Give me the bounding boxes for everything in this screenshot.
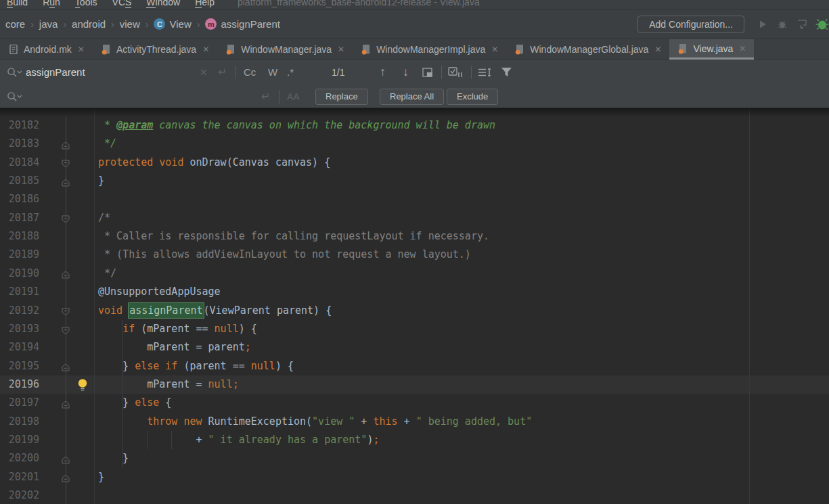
fold-marker-up-icon[interactable] — [62, 140, 70, 148]
line-number: 20182 — [0, 116, 39, 135]
menu-window[interactable]: Window — [146, 0, 180, 9]
code-line: void assignParent(ViewParent parent) { — [95, 302, 332, 320]
tab-android-mk[interactable]: Android.mk✕ — [0, 39, 93, 60]
open-in-find-window-icon[interactable] — [422, 60, 432, 85]
tab-view-java[interactable]: View.java✕ — [669, 39, 754, 60]
tab-label: ActivityThread.java — [116, 44, 196, 55]
code-line: throw new RuntimeException("view " + thi… — [95, 413, 532, 431]
method-icon: m — [205, 18, 217, 30]
exclude-button[interactable]: Exclude — [447, 89, 498, 105]
line-number: 20196 — [0, 375, 39, 394]
line-number: 20191 — [0, 283, 39, 301]
menu-build[interactable]: Build — [7, 0, 28, 9]
filter-icon[interactable] — [501, 60, 512, 85]
find-replace-panel: assignParent ✕ ↵ Cc W .* 1/1 ↑ ↓ — [0, 60, 829, 108]
line-number: 20190 — [0, 265, 39, 283]
replace-field-icon[interactable] — [7, 85, 22, 108]
replace-all-button[interactable]: Replace All — [380, 89, 444, 105]
search-options-icon[interactable] — [478, 60, 491, 85]
select-all-occurrences-icon[interactable] — [448, 60, 463, 85]
fold-marker-up-icon[interactable] — [62, 362, 70, 370]
hard-wrap-guide — [749, 108, 750, 504]
tab-activitythread-java[interactable]: ActivityThread.java✕ — [93, 39, 217, 60]
breadcrumb-assignparent[interactable]: massignParent — [205, 18, 280, 30]
code-line: protected void onDraw(Canvas canvas) { — [95, 154, 330, 172]
attach-debugger-android-icon[interactable] — [815, 16, 829, 32]
gutter-row: 20197 — [0, 394, 95, 412]
attach-profiler-icon[interactable] — [796, 16, 808, 32]
line-number: 20195 — [0, 357, 39, 375]
line-number: 20189 — [0, 246, 39, 264]
gutter-row: 20199 — [0, 431, 95, 449]
java-class-file-icon — [514, 44, 525, 55]
fold-marker-down-icon[interactable] — [62, 306, 70, 315]
line-number: 20199 — [0, 431, 39, 449]
tab-windowmanager-java[interactable]: WindowManager.java✕ — [217, 39, 353, 60]
replace-button[interactable]: Replace — [315, 89, 368, 105]
breadcrumb-java[interactable]: java — [39, 18, 58, 30]
gutter-row: 20190 — [0, 265, 95, 283]
fold-marker-down-icon[interactable] — [62, 325, 70, 334]
menu-run[interactable]: Run — [43, 0, 60, 9]
breadcrumb-view[interactable]: view — [120, 18, 140, 30]
fold-marker-down-icon[interactable] — [62, 214, 70, 222]
menu-tools[interactable]: Tools — [75, 0, 97, 9]
code-line: } else if (parent == null) { — [95, 357, 294, 375]
new-line-icon[interactable]: ↵ — [261, 85, 270, 108]
breadcrumb-core[interactable]: core — [5, 18, 25, 30]
menu-help[interactable]: Help — [195, 0, 215, 9]
intention-bulb-icon[interactable] — [77, 378, 88, 394]
gutter-row: 20187 — [0, 209, 95, 227]
editor-tab-bar: Android.mk✕ActivityThread.java✕WindowMan… — [0, 39, 829, 60]
preserve-case-toggle[interactable]: AA — [287, 85, 300, 108]
fold-marker-up-icon[interactable] — [62, 455, 70, 463]
fold-marker-up-icon[interactable] — [62, 399, 70, 407]
fold-marker-down-icon[interactable] — [62, 158, 70, 166]
close-tab-icon[interactable]: ✕ — [738, 44, 747, 53]
code-line: } — [95, 468, 104, 486]
regex-toggle[interactable]: .* — [287, 60, 294, 85]
menu-bar: BuildRunToolsVCSWindowHelp platform_fram… — [0, 0, 829, 9]
close-tab-icon[interactable]: ✕ — [336, 45, 346, 54]
code-line: */ — [95, 135, 116, 153]
menu-vcs[interactable]: VCS — [112, 0, 132, 9]
tab-label: Android.mk — [24, 44, 72, 55]
whole-words-toggle[interactable]: W — [268, 60, 277, 85]
close-tab-icon[interactable]: ✕ — [653, 45, 663, 54]
run-icon[interactable] — [757, 16, 769, 32]
line-number: 20198 — [0, 413, 39, 431]
class-icon: C — [154, 18, 165, 30]
close-tab-icon[interactable]: ✕ — [490, 45, 499, 54]
line-number: 20187 — [0, 209, 39, 227]
code-line: } else { — [95, 394, 171, 412]
match-case-toggle[interactable]: Cc — [244, 60, 256, 85]
previous-occurrence-icon[interactable]: ↑ — [380, 60, 386, 85]
tab-windowmanagerimpl-java[interactable]: WindowManagerImpl.java✕ — [353, 39, 506, 60]
java-class-file-icon — [677, 43, 688, 54]
search-icon[interactable] — [7, 60, 22, 85]
java-class-file-icon — [101, 44, 112, 55]
close-tab-icon[interactable]: ✕ — [76, 45, 86, 54]
breadcrumb-android[interactable]: android — [72, 18, 106, 30]
add-configuration-button[interactable]: Add Configuration... — [637, 16, 744, 33]
fold-marker-up-icon[interactable] — [62, 473, 70, 481]
tab-label: WindowManagerGlobal.java — [530, 44, 648, 55]
tab-windowmanagerglobal-java[interactable]: WindowManagerGlobal.java✕ — [506, 39, 669, 60]
search-input[interactable]: assignParent — [26, 60, 85, 85]
new-line-icon[interactable]: ↵ — [218, 60, 227, 85]
code-line — [95, 486, 98, 504]
gutter-row: 20188 — [0, 227, 95, 246]
fold-marker-up-icon[interactable] — [62, 269, 70, 277]
clear-search-icon[interactable]: ✕ — [200, 60, 208, 85]
makefile-icon — [8, 44, 19, 55]
next-occurrence-icon[interactable]: ↓ — [403, 60, 409, 85]
breadcrumb-view[interactable]: CView — [154, 18, 191, 30]
gutter-row: 20182 — [0, 116, 95, 135]
code-editor[interactable]: 20182 * @param canvas the canvas on whic… — [0, 108, 829, 504]
fold-marker-up-icon[interactable] — [62, 177, 70, 185]
tab-label: WindowManager.java — [241, 44, 332, 55]
breadcrumb: core›java›android›view›CView›massignPare… — [5, 9, 280, 39]
debug-icon[interactable] — [776, 16, 788, 32]
close-tab-icon[interactable]: ✕ — [201, 45, 210, 54]
breadcrumb-separator-icon: › — [145, 19, 149, 30]
